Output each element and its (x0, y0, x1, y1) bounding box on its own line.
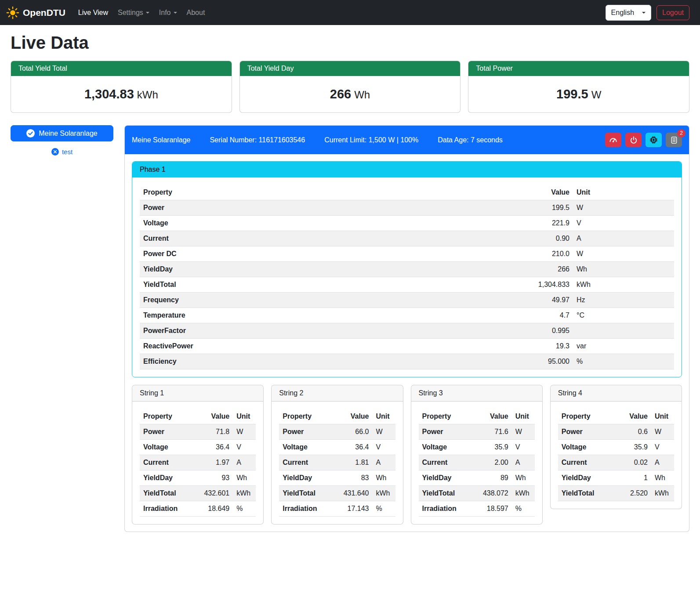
x-circle-icon (51, 148, 59, 156)
summary-unit: Wh (354, 89, 370, 101)
string-card-body: Property Value Unit Power (272, 402, 403, 524)
summary-row: Total Yield Total 1,304.83kWh Total Yiel… (11, 61, 689, 113)
value-cell: 89 (474, 470, 512, 486)
unit-cell: % (573, 354, 674, 369)
device-info-button[interactable] (646, 133, 662, 147)
summary-card-title: Total Power (468, 61, 689, 76)
inverter-item-label: test (62, 148, 73, 156)
unit-cell: Hz (573, 293, 674, 308)
inverter-panel-body: Phase 1 Property Value Unit (125, 154, 689, 532)
value-cell: 431.640 (335, 486, 373, 501)
logout-button[interactable]: Logout (656, 5, 689, 20)
nav-item-settings[interactable]: Settings (113, 5, 154, 20)
value-cell: 0.6 (613, 424, 651, 440)
inverter-item-test[interactable]: test (11, 148, 113, 156)
table-row: YieldTotal 432.601 kWh (140, 486, 256, 501)
value-cell: 36.4 (195, 440, 233, 455)
value-cell: 199.5 (399, 200, 573, 216)
unit-cell: W (512, 424, 535, 440)
property-cell: Irradiation (279, 501, 334, 517)
nav-item-info[interactable]: Info (154, 5, 182, 20)
unit-cell: kWh (512, 486, 535, 501)
summary-card-title: Total Yield Day (240, 61, 461, 76)
table-row: YieldTotal 431.640 kWh (279, 486, 395, 501)
summary-card-body: 1,304.83kWh (11, 76, 232, 112)
property-cell: Power (279, 424, 334, 440)
limit-settings-button[interactable] (605, 133, 621, 147)
property-cell: Current (419, 455, 474, 470)
event-log-button[interactable]: 2 (666, 133, 682, 147)
table-row: Power 66.0 W (279, 424, 395, 440)
value-cell: 71.8 (195, 424, 233, 440)
unit-cell: % (512, 501, 535, 517)
string-card-body: Property Value Unit Power (411, 402, 542, 524)
unit-cell: % (373, 501, 395, 517)
phase-card: Phase 1 Property Value Unit (132, 161, 682, 377)
journal-icon (670, 136, 678, 144)
value-cell: 1,304.833 (399, 277, 573, 293)
brand[interactable]: OpenDTU (6, 6, 65, 19)
column-header-value: Value (195, 409, 233, 424)
unit-cell: Wh (233, 470, 256, 486)
string-table: Property Value Unit Power (140, 409, 256, 517)
summary-card-title: Total Yield Total (11, 61, 232, 76)
value-cell: 35.9 (613, 440, 651, 455)
property-cell: Current (140, 231, 399, 246)
language-select[interactable]: English (606, 5, 651, 21)
property-cell: YieldTotal (419, 486, 474, 501)
unit-cell: A (512, 455, 535, 470)
phase-card-body: Property Value Unit Power (132, 177, 682, 377)
unit-cell: var (573, 339, 674, 354)
summary-card-total-yield-day: Total Yield Day 266Wh (239, 61, 461, 113)
unit-cell: A (651, 455, 674, 470)
strings-row: String 1 Property Value Unit (132, 385, 682, 525)
table-row: Voltage 221.9 V (140, 216, 674, 231)
summary-card-total-power: Total Power 199.5W (468, 61, 689, 113)
value-cell: 0.90 (399, 231, 573, 246)
nav-item-about[interactable]: About (182, 5, 210, 20)
page-title: Live Data (11, 33, 689, 53)
property-cell: Current (279, 455, 334, 470)
value-cell: 49.97 (399, 293, 573, 308)
value-cell: 0.995 (399, 323, 573, 339)
table-row: PowerFactor 0.995 (140, 323, 674, 339)
summary-card-total-yield-total: Total Yield Total 1,304.83kWh (11, 61, 232, 113)
language-select-value: English (611, 9, 634, 17)
power-control-button[interactable] (625, 133, 642, 147)
unit-cell: W (651, 424, 674, 440)
unit-cell: W (573, 200, 674, 216)
navbar: OpenDTU Live View Settings Info About En… (0, 0, 700, 25)
table-row: Efficiency 95.000 % (140, 354, 674, 369)
inverter-sidebar: Meine Solaranlage test (11, 125, 113, 156)
inverter-item-selected[interactable]: Meine Solaranlage (11, 125, 113, 141)
table-row: Current 1.97 A (140, 455, 256, 470)
unit-cell: kWh (573, 277, 674, 293)
string-title: String 4 (551, 385, 682, 402)
table-row: Power DC 210.0 W (140, 246, 674, 262)
table-header-row: Property Value Unit (140, 409, 256, 424)
nav-links: Live View Settings Info About (73, 5, 210, 20)
property-cell: Temperature (140, 308, 399, 323)
value-cell: 18.649 (195, 501, 233, 517)
unit-cell: V (512, 440, 535, 455)
nav-item-live-view[interactable]: Live View (73, 5, 113, 20)
table-row: Voltage 36.4 V (279, 440, 395, 455)
inverter-item-label: Meine Solaranlage (39, 130, 97, 137)
unit-cell: A (573, 231, 674, 246)
table-row: Irradiation 17.143 % (279, 501, 395, 517)
value-cell: 36.4 (335, 440, 373, 455)
power-icon (630, 136, 638, 144)
summary-unit: kWh (137, 89, 158, 101)
gauge-icon (609, 136, 617, 144)
unit-cell: V (373, 440, 395, 455)
property-cell: Power (140, 200, 399, 216)
property-cell: YieldDay (140, 262, 399, 277)
table-row: YieldDay 1 Wh (558, 470, 674, 486)
table-row: Current 2.00 A (419, 455, 535, 470)
column-header-unit: Unit (573, 185, 674, 200)
value-cell: 1.81 (335, 455, 373, 470)
table-row: Power 0.6 W (558, 424, 674, 440)
check-circle-icon (26, 129, 35, 137)
unit-cell: W (233, 424, 256, 440)
value-cell: 93 (195, 470, 233, 486)
